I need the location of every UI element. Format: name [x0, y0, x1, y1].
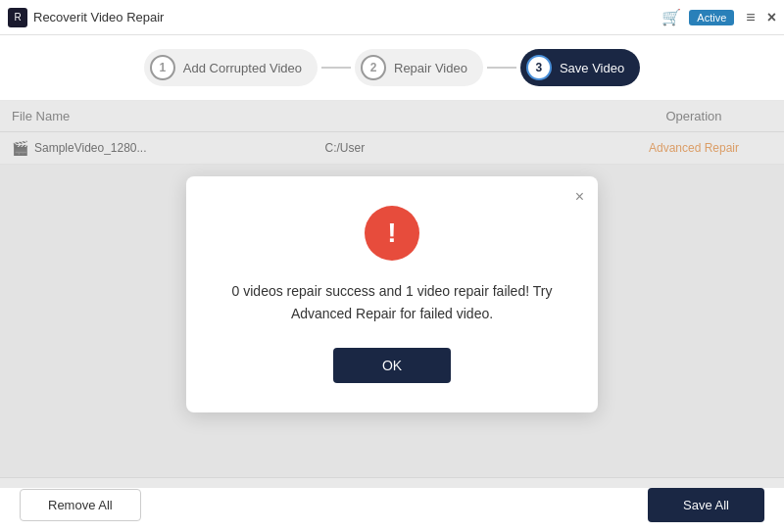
step-connector-2: [487, 67, 516, 69]
step-connector-1: [321, 67, 351, 69]
modal-overlay: × ! 0 videos repair success and 1 video …: [0, 101, 784, 488]
step-2[interactable]: 2 Repair Video: [355, 49, 483, 86]
title-bar-controls: 🛒 Active ≡ ×: [662, 7, 776, 28]
modal-close-button[interactable]: ×: [575, 188, 584, 206]
modal-error-icon: !: [365, 206, 419, 261]
step-2-number: 2: [361, 55, 386, 80]
menu-icon[interactable]: ≡: [742, 7, 759, 28]
active-badge: Active: [689, 10, 734, 25]
modal-dialog: × ! 0 videos repair success and 1 video …: [186, 176, 598, 412]
step-1-label: Add Corrupted Video: [183, 61, 302, 75]
step-1[interactable]: 1 Add Corrupted Video: [144, 49, 318, 86]
app-title: Recoverit Video Repair: [33, 10, 164, 24]
cart-icon[interactable]: 🛒: [662, 8, 681, 26]
steps-bar: 1 Add Corrupted Video 2 Repair Video 3 S…: [0, 35, 784, 101]
remove-all-button[interactable]: Remove All: [20, 489, 141, 521]
app-logo: R Recoverit Video Repair: [8, 8, 164, 27]
close-button[interactable]: ×: [767, 9, 776, 26]
step-1-number: 1: [150, 55, 175, 80]
step-3-label: Save Video: [560, 61, 624, 75]
modal-ok-button[interactable]: OK: [333, 348, 451, 383]
title-bar: R Recoverit Video Repair 🛒 Active ≡ ×: [0, 0, 784, 35]
save-all-button[interactable]: Save All: [648, 488, 764, 522]
step-3[interactable]: 3 Save Video: [520, 49, 640, 86]
step-3-number: 3: [526, 55, 552, 80]
modal-message: 0 videos repair success and 1 video repa…: [225, 280, 559, 324]
step-2-label: Repair Video: [394, 61, 467, 75]
main-content: File Name Operation 🎬 SampleVideo_1280..…: [0, 101, 784, 488]
logo-icon: R: [8, 8, 27, 27]
